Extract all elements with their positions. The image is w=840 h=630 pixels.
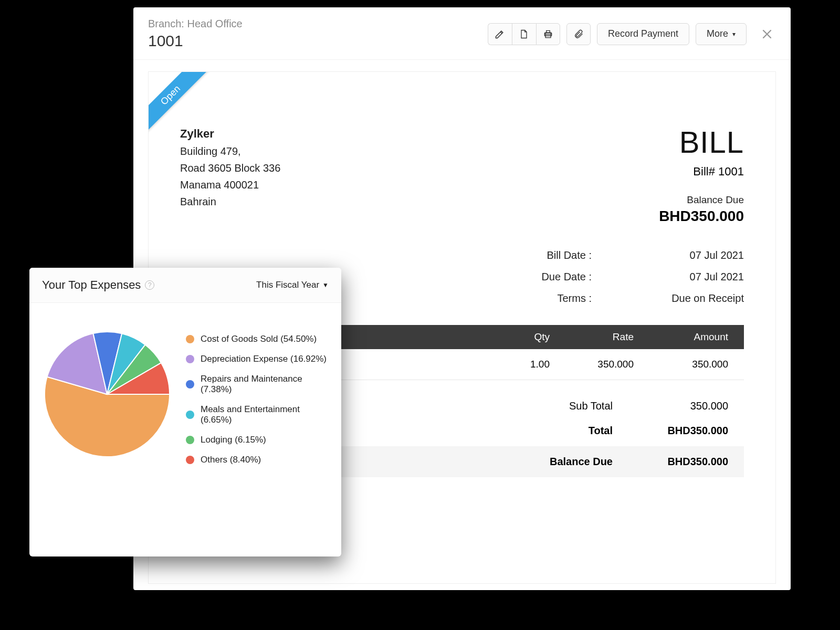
printer-icon [543,29,553,39]
record-payment-label: Record Payment [608,28,678,39]
help-icon[interactable]: ? [145,280,154,290]
cell-qty: 1.00 [487,359,550,370]
legend-label: Repairs and Maintenance (7.38%) [201,374,329,395]
bill-header: Branch: Head Office 1001 Record Payment [133,7,791,60]
terms-label: Terms : [502,292,592,304]
pencil-icon [495,29,505,39]
vendor-line2: Road 3605 Block 336 [180,160,280,176]
legend-label: Cost of Goods Sold (54.50%) [201,334,317,344]
legend-label: Meals and Entertainment (6.65%) [201,404,329,425]
balance-line-value: BHD350.000 [613,456,728,468]
legend-swatch [186,456,194,464]
legend-item[interactable]: Depreciation Expense (16.92%) [186,349,329,369]
expenses-card: Your Top Expenses ? This Fiscal Year ▼ C… [29,268,341,556]
legend-item[interactable]: Cost of Goods Sold (54.50%) [186,329,329,349]
chart-legend: Cost of Goods Sold (54.50%)Depreciation … [186,319,329,470]
total-value: BHD350.000 [613,425,728,437]
legend-label: Others (8.40%) [201,455,261,465]
pie-chart [42,329,172,459]
balance-due-value: BHD350.000 [659,208,744,225]
period-label: This Fiscal Year [256,280,319,290]
subtotal-label: Sub Total [455,400,613,412]
bill-date-label: Bill Date : [502,249,592,261]
caret-down-icon: ▾ [732,30,736,38]
total-label: Total [455,425,613,437]
close-icon [761,28,773,40]
caret-down-icon: ▼ [322,281,329,289]
legend-swatch [186,380,194,388]
toolbar: Record Payment More ▾ [488,23,776,45]
vendor-line1: Building 479, [180,143,280,160]
paperclip-icon [573,29,584,39]
balance-line-label: Balance Due [455,456,613,468]
edit-button[interactable] [488,23,512,45]
legend-swatch [186,411,194,419]
col-qty: Qty [487,331,550,343]
vendor-line3: Manama 400021 [180,176,280,193]
vendor-line4: Bahrain [180,193,280,210]
col-amount: Amount [634,331,728,343]
legend-swatch [186,335,194,343]
subtotal-value: 350.000 [613,400,728,412]
legend-item[interactable]: Repairs and Maintenance (7.38%) [186,369,329,400]
legend-label: Depreciation Expense (16.92%) [201,354,327,364]
close-button[interactable] [758,25,776,43]
legend-label: Lodging (6.15%) [201,435,266,445]
bill-title: BILL [659,124,744,160]
legend-item[interactable]: Meals and Entertainment (6.65%) [186,400,329,430]
legend-swatch [186,355,194,363]
legend-swatch [186,436,194,444]
due-date-value: 07 Jul 2021 [639,271,744,283]
legend-item[interactable]: Others (8.40%) [186,450,329,470]
vendor-name: Zylker [180,124,280,143]
legend-item[interactable]: Lodging (6.15%) [186,430,329,450]
cell-rate: 350.000 [550,359,634,370]
pdf-icon [519,29,529,39]
print-button[interactable] [536,23,560,45]
due-date-label: Due Date : [502,271,592,283]
icon-button-group [488,23,560,45]
attachment-button[interactable] [566,23,591,45]
terms-value: Due on Receipt [639,292,744,304]
expenses-title: Your Top Expenses [42,278,141,292]
col-rate: Rate [550,331,634,343]
bill-number-label: Bill# 1001 [659,165,744,178]
record-payment-button[interactable]: Record Payment [597,23,689,45]
period-selector[interactable]: This Fiscal Year ▼ [256,280,329,290]
pdf-button[interactable] [512,23,536,45]
expenses-header: Your Top Expenses ? This Fiscal Year ▼ [29,268,341,303]
cell-amount: 350.000 [634,359,728,370]
more-label: More [707,28,728,39]
bill-date-value: 07 Jul 2021 [639,249,744,261]
bill-number: 1001 [148,32,488,50]
more-button[interactable]: More ▾ [696,23,747,45]
vendor-address: Zylker Building 479, Road 3605 Block 336… [180,124,280,225]
branch-label: Branch: Head Office [148,18,488,30]
balance-due-label: Balance Due [659,194,744,206]
